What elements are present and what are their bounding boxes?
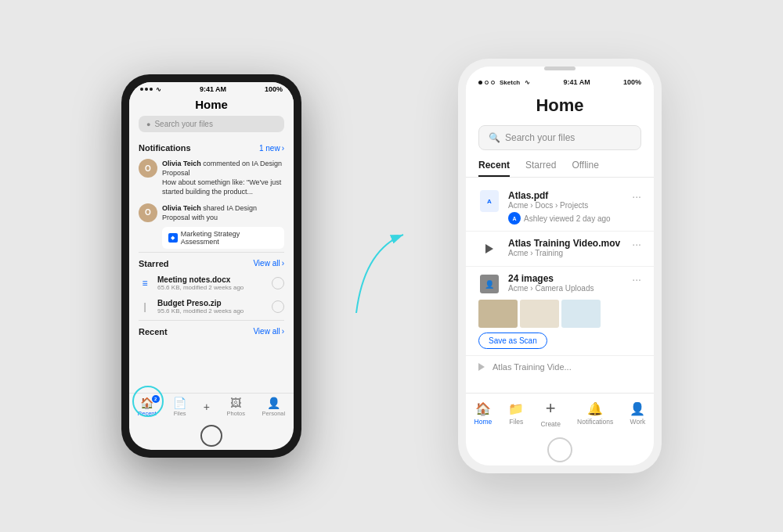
light-bottom-nav: 🏠 Home 📁 Files + Create 🔔 Notifications … — [466, 393, 654, 434]
notification-text-2: Olivia Teich shared IA Design Proposal w… — [162, 203, 284, 222]
starred-file-name-2: Budget Preso.zip — [157, 299, 265, 307]
chevron-right-icon: › — [282, 144, 284, 153]
starred-file-info-2: Budget Preso.zip 95.6 KB, modified 2 wee… — [157, 299, 265, 315]
starred-header: Starred View all › — [129, 254, 294, 271]
light-phone-screen: Sketch ∿ 9:41 AM 100% Home 🔍 Search your… — [466, 66, 654, 466]
file-item-24-images[interactable]: 👤 24 images Acme › Camera Uploads ··· — [466, 267, 654, 356]
light-status-bar: Sketch ∿ 9:41 AM 100% — [466, 74, 654, 88]
dark-home-button[interactable] — [200, 425, 222, 447]
tab-offline[interactable]: Offline — [572, 160, 598, 177]
status-time: 9:41 AM — [200, 85, 226, 93]
image-thumbnails — [478, 300, 641, 328]
light-nav-files[interactable]: 📁 Files — [508, 401, 524, 426]
signal-dot-1 — [140, 88, 143, 91]
file-item-training-video[interactable]: Atlas Training Video.mov Acme › Training… — [466, 232, 654, 267]
tab-recent[interactable]: Recent — [478, 160, 510, 177]
battery-label: 100% — [265, 85, 283, 93]
nav-label-personal: Personal — [262, 410, 286, 417]
tab-starred[interactable]: Starred — [525, 160, 556, 177]
notification-item-2[interactable]: O Olivia Teich shared IA Design Proposal… — [129, 200, 294, 225]
thumbnail-2 — [520, 300, 559, 328]
dark-search-bar[interactable]: ● Search your files — [139, 116, 284, 132]
light-nav-notif-label: Notifications — [577, 418, 613, 426]
viewer-text: Ashley viewed 2 day ago — [524, 214, 611, 223]
atlas-pdf-path: Acme › Docs › Projects — [508, 201, 624, 210]
viewer-badge: A Ashley viewed 2 day ago — [508, 212, 624, 225]
light-wifi-icon: ∿ — [525, 79, 530, 86]
dark-search-placeholder: Search your files — [154, 120, 212, 128]
training-video-details: Atlas Training Video.mov Acme › Training — [508, 238, 624, 257]
search-icon: ● — [146, 120, 150, 128]
notification-item-1[interactable]: O Olivia Teich commented on IA Design Pr… — [129, 156, 294, 200]
file-item-atlas-pdf[interactable]: A Atlas.pdf Acme › Docs › Projects A Ash… — [466, 184, 654, 232]
training-video-name: Atlas Training Video.mov — [508, 238, 624, 249]
speaker — [544, 66, 576, 70]
notifications-title: Notifications — [139, 143, 191, 153]
pdf-file-icon: A — [480, 190, 499, 212]
nav-label-photos: Photos — [227, 410, 245, 417]
save-as-scan-button[interactable]: Save as Scan — [478, 332, 547, 349]
notif-user-2: Olivia Teich — [162, 204, 201, 212]
starred-file-name-1: Meeting notes.docx — [157, 275, 265, 284]
dark-bottom-nav: 🏠 Recent 2 📄 Files + 🖼 Photos 👤 Personal — [129, 393, 294, 422]
notification-text-1: Olivia Teich commented on IA Design Prop… — [162, 159, 284, 197]
partial-file-item: Atlas Training Vide... — [466, 356, 654, 375]
file-mention[interactable]: ◆ Marketing Strategy Assessment — [162, 227, 284, 249]
check-circle-1 — [272, 277, 284, 289]
light-nav-home[interactable]: 🏠 Home — [474, 401, 493, 426]
recent-view-all-text: View all — [253, 327, 280, 336]
thumbnail-3 — [561, 300, 601, 328]
video-play-icon — [485, 244, 493, 253]
light-search-bar[interactable]: 🔍 Search your files — [478, 125, 641, 150]
photos-nav-icon: 🖼 — [230, 397, 241, 409]
thumb-inner-2 — [520, 300, 559, 328]
dark-phone-screen: ∿ 9:41 AM 100% Home ● Search your files … — [129, 82, 294, 450]
personal-nav-icon: 👤 — [267, 397, 280, 409]
nav-item-create[interactable]: + — [204, 401, 210, 413]
dot-filled-1 — [478, 81, 482, 84]
nav-item-photos[interactable]: 🖼 Photos — [227, 397, 245, 417]
notifications-badge[interactable]: 1 new › — [259, 144, 284, 153]
create-nav-icon: + — [204, 401, 210, 413]
arrow-connector — [348, 188, 411, 344]
light-nav-files-label: Files — [509, 418, 523, 426]
light-home-button[interactable] — [547, 437, 572, 462]
light-notif-icon: 🔔 — [587, 401, 603, 416]
light-nav-work-label: Work — [630, 418, 646, 426]
wifi-icon: ∿ — [156, 86, 161, 93]
light-phone: Sketch ∿ 9:41 AM 100% Home 🔍 Search your… — [458, 59, 662, 473]
light-search-placeholder: Search your files — [505, 132, 575, 143]
light-files-icon: 📁 — [508, 401, 524, 416]
starred-file-meta-2: 95.6 KB, modified 2 weeks ago — [157, 307, 265, 315]
file-icon-blue: ◆ — [168, 233, 178, 243]
more-btn-3[interactable]: ··· — [632, 273, 641, 286]
more-btn-2[interactable]: ··· — [632, 238, 641, 250]
avatar-olivia-1: O — [139, 159, 157, 178]
file-tabs: Recent Starred Offline — [466, 160, 654, 178]
check-circle-2 — [272, 300, 284, 313]
divider-1 — [139, 252, 284, 253]
file-row-1: A Atlas.pdf Acme › Docs › Projects A Ash… — [478, 190, 641, 225]
starred-item-2[interactable]: | Budget Preso.zip 95.6 KB, modified 2 w… — [129, 295, 294, 318]
starred-item-1[interactable]: ≡ Meeting notes.docx 65.6 KB, modified 2… — [129, 271, 294, 295]
dot-empty-2 — [491, 81, 495, 84]
starred-title: Starred — [139, 259, 169, 268]
nav-item-personal[interactable]: 👤 Personal — [262, 397, 286, 417]
dot-empty-1 — [485, 81, 489, 84]
light-nav-create[interactable]: + Create — [540, 398, 561, 428]
light-search-icon: 🔍 — [489, 132, 500, 143]
light-nav-notifications[interactable]: 🔔 Notifications — [577, 401, 613, 426]
viewer-avatar: A — [508, 212, 521, 225]
file-mention-name: Marketing Strategy Assessment — [181, 230, 278, 246]
chevron-right-starred: › — [282, 259, 284, 268]
nav-item-recent[interactable]: 🏠 Recent 2 — [138, 397, 157, 417]
images-details: 24 images Acme › Camera Uploads — [508, 273, 624, 293]
starred-view-all-text: View all — [253, 259, 280, 268]
light-nav-work[interactable]: 👤 Work — [630, 401, 645, 426]
starred-view-all[interactable]: View all › — [253, 259, 284, 268]
images-icon-container: 👤 — [478, 273, 500, 295]
nav-item-files[interactable]: 📄 Files — [173, 397, 186, 417]
light-signal-dots: Sketch ∿ — [478, 79, 530, 86]
more-btn-1[interactable]: ··· — [632, 190, 641, 203]
recent-view-all[interactable]: View all › — [253, 327, 284, 336]
